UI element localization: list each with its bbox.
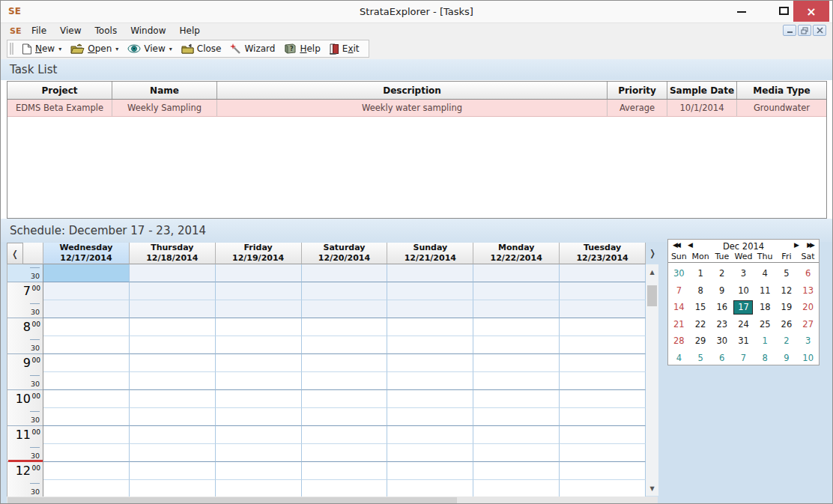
schedule-cell[interactable] xyxy=(387,462,473,480)
next-year-icon[interactable]: ▶▶ xyxy=(807,241,813,249)
schedule-cell[interactable] xyxy=(302,282,388,300)
schedule-cell[interactable] xyxy=(560,408,646,426)
schedule-cell[interactable] xyxy=(387,426,473,444)
exit-button[interactable]: Exit xyxy=(325,42,364,56)
schedule-cell[interactable] xyxy=(473,318,560,336)
calendar-date[interactable]: 14 xyxy=(668,299,690,316)
calendar-date[interactable]: 1 xyxy=(690,265,712,282)
calendar-date[interactable]: 19 xyxy=(776,299,798,316)
day-header-thursday[interactable]: Thursday12/18/2014 xyxy=(130,243,216,264)
calendar-date[interactable]: 12 xyxy=(776,282,798,300)
calendar-date[interactable]: 7 xyxy=(733,350,754,367)
new-button[interactable]: New▾ xyxy=(17,42,66,56)
schedule-cell[interactable] xyxy=(216,282,302,300)
dropdown-arrow-icon[interactable]: ▾ xyxy=(169,46,172,52)
schedule-cell[interactable] xyxy=(473,282,560,300)
calendar-date[interactable]: 16 xyxy=(711,299,733,316)
schedule-cell[interactable] xyxy=(560,390,646,408)
schedule-cell[interactable] xyxy=(216,300,302,318)
column-header-name[interactable]: Name xyxy=(112,82,217,99)
help-button[interactable]: ?Help xyxy=(279,42,324,55)
schedule-cell[interactable] xyxy=(216,462,302,480)
day-header-friday[interactable]: Friday12/19/2014 xyxy=(216,243,302,264)
schedule-cell[interactable] xyxy=(473,390,560,408)
schedule-cell[interactable] xyxy=(43,282,130,300)
column-header-sample-date[interactable]: Sample Date xyxy=(667,82,737,99)
schedule-cell[interactable] xyxy=(387,318,473,336)
schedule-cell[interactable] xyxy=(130,408,216,426)
schedule-cell[interactable] xyxy=(473,462,560,480)
mdi-restore-button[interactable] xyxy=(798,25,811,36)
toolbar-grip-icon[interactable] xyxy=(10,43,13,55)
schedule-cell[interactable] xyxy=(387,444,473,462)
schedule-cell[interactable] xyxy=(560,354,646,372)
schedule-cell[interactable] xyxy=(473,480,560,498)
calendar-date[interactable]: 6 xyxy=(797,265,819,282)
schedule-cell[interactable] xyxy=(302,300,388,318)
schedule-cell[interactable] xyxy=(302,444,388,462)
calendar-date[interactable]: 5 xyxy=(690,350,712,367)
calendar-date[interactable]: 4 xyxy=(668,350,690,367)
calendar-date[interactable]: 28 xyxy=(668,333,690,350)
schedule-cell[interactable] xyxy=(387,408,473,426)
calendar-date[interactable]: 9 xyxy=(711,282,733,300)
schedule-cell[interactable] xyxy=(130,354,216,372)
calendar-date[interactable]: 18 xyxy=(754,299,776,316)
schedule-cell[interactable] xyxy=(473,372,560,390)
schedule-cell[interactable] xyxy=(302,354,388,372)
schedule-cell[interactable] xyxy=(560,318,646,336)
schedule-cell[interactable] xyxy=(216,444,302,462)
schedule-cell[interactable] xyxy=(43,300,130,318)
calendar-date[interactable]: 6 xyxy=(711,350,733,367)
schedule-cell[interactable] xyxy=(302,408,388,426)
schedule-cell[interactable] xyxy=(43,336,130,354)
schedule-cell[interactable] xyxy=(387,264,473,282)
schedule-cell[interactable] xyxy=(130,426,216,444)
schedule-cell[interactable] xyxy=(43,426,130,444)
scroll-up-icon[interactable]: ▲ xyxy=(646,266,658,278)
calendar-date[interactable]: 21 xyxy=(668,316,690,333)
schedule-cell[interactable] xyxy=(216,390,302,408)
schedule-cell[interactable] xyxy=(216,408,302,426)
schedule-cell[interactable] xyxy=(387,336,473,354)
day-header-tuesday[interactable]: Tuesday12/23/2014 xyxy=(560,243,646,264)
schedule-cell[interactable] xyxy=(302,336,388,354)
horizontal-scrollbar[interactable] xyxy=(7,497,658,504)
day-header-monday[interactable]: Monday12/22/2014 xyxy=(473,243,560,264)
schedule-cell[interactable] xyxy=(387,300,473,318)
schedule-cell[interactable] xyxy=(302,264,388,282)
menu-item-file[interactable]: File xyxy=(25,23,53,38)
schedule-cell[interactable] xyxy=(130,282,216,300)
column-header-media-type[interactable]: Media Type xyxy=(737,82,826,99)
calendar-date[interactable]: 31 xyxy=(733,333,754,350)
close-button[interactable]: Close xyxy=(177,42,226,55)
schedule-cell[interactable] xyxy=(387,390,473,408)
calendar-date[interactable]: 11 xyxy=(754,282,776,300)
calendar-date[interactable]: 3 xyxy=(733,265,754,282)
schedule-cell[interactable] xyxy=(43,318,130,336)
calendar-date[interactable]: 3 xyxy=(797,333,819,350)
calendar-date[interactable]: 5 xyxy=(776,265,798,282)
table-row[interactable]: EDMS Beta ExampleWeekly SamplingWeekly w… xyxy=(7,100,826,117)
day-header-saturday[interactable]: Saturday12/20/2014 xyxy=(302,243,388,264)
schedule-cell[interactable] xyxy=(43,390,130,408)
schedule-cell[interactable] xyxy=(43,480,130,498)
schedule-cell[interactable] xyxy=(560,282,646,300)
calendar-date[interactable]: 22 xyxy=(690,316,712,333)
close-button[interactable]: × xyxy=(793,1,829,22)
schedule-cell[interactable] xyxy=(130,480,216,498)
schedule-cell[interactable] xyxy=(43,444,130,462)
calendar-date[interactable]: 30 xyxy=(668,265,690,282)
calendar-date[interactable]: 7 xyxy=(668,282,690,300)
dropdown-arrow-icon[interactable]: ▾ xyxy=(115,46,118,52)
menu-item-window[interactable]: Window xyxy=(124,23,172,38)
schedule-cell[interactable] xyxy=(302,318,388,336)
next-month-icon[interactable]: ▶ xyxy=(794,241,799,249)
schedule-cell[interactable] xyxy=(560,372,646,390)
schedule-cell[interactable] xyxy=(43,462,130,480)
menu-item-help[interactable]: Help xyxy=(172,23,206,38)
schedule-cell[interactable] xyxy=(302,480,388,498)
schedule-cell[interactable] xyxy=(216,426,302,444)
schedule-cell[interactable] xyxy=(560,300,646,318)
schedule-cell[interactable] xyxy=(43,372,130,390)
